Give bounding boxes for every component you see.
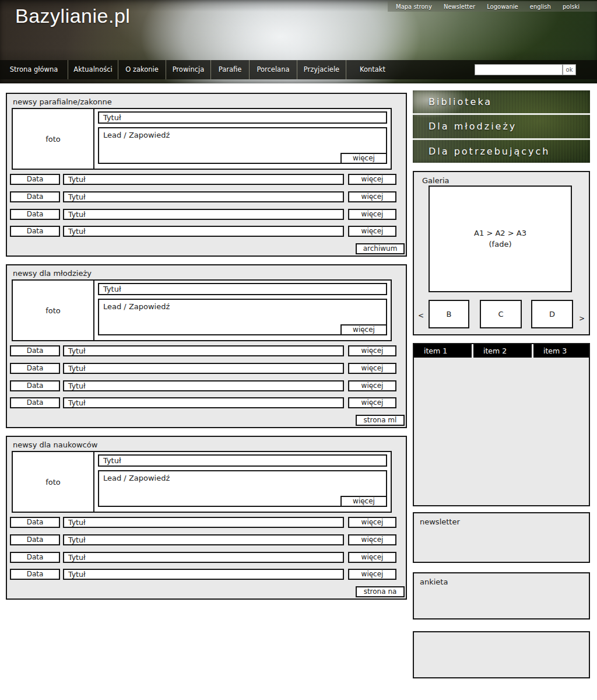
news-date: Data [10, 345, 60, 356]
more-button[interactable]: więcej [348, 569, 396, 580]
banner-link-biblioteka[interactable]: Biblioteka [413, 90, 590, 113]
news-row: Data Tytuł więcej [10, 345, 396, 356]
more-button[interactable]: więcej [348, 552, 396, 563]
more-button[interactable]: więcej [348, 209, 396, 220]
top-link-mapa-strony[interactable]: Mapa strony [396, 4, 432, 10]
nav-item-parafie[interactable]: Parafie [211, 60, 250, 79]
more-button[interactable]: więcej [348, 191, 396, 202]
news-row: Data Tytuł więcej [10, 226, 396, 237]
featured-lead-text: Lead / Zapowiedź [103, 302, 170, 311]
nav-item-aktualnosci[interactable]: Aktualności [68, 60, 118, 79]
section-title: newsy parafialne/zakonne [13, 97, 112, 106]
gallery-slide-sequence: A1 > A2 > A3 [474, 228, 526, 239]
tab-item-2[interactable]: item 2 [473, 344, 532, 358]
more-button[interactable]: więcej [348, 174, 396, 185]
featured-news: foto Tytuł Lead / Zapowiedź więcej [12, 108, 392, 170]
section-title: newsy dla młodzieży [13, 269, 92, 278]
featured-photo-placeholder: foto [13, 109, 94, 169]
featured-news: foto Tytuł Lead / Zapowiedź więcej [12, 279, 392, 341]
tab-item-1[interactable]: item 1 [414, 344, 472, 358]
more-button[interactable]: więcej [348, 397, 396, 408]
news-title-link[interactable]: Tytuł [63, 226, 344, 237]
news-section-dla-naukowcow: newsy dla naukowców foto Tytuł Lead / Za… [6, 436, 407, 600]
featured-lead-text: Lead / Zapowiedź [103, 474, 170, 482]
tab-item-3[interactable]: item 3 [533, 344, 589, 358]
news-title-link[interactable]: Tytuł [63, 209, 344, 220]
empty-placeholder-box [413, 631, 590, 678]
search-input[interactable] [475, 64, 563, 75]
gallery-thumb-d[interactable]: D [531, 300, 573, 328]
news-row: Data Tytuł więcej [10, 517, 396, 528]
banner-link-dla-potrzebujacych[interactable]: Dla potrzebujących [413, 138, 590, 163]
nav-item-porcelana[interactable]: Porcelana [250, 60, 297, 79]
top-link-newsletter[interactable]: Newsletter [444, 4, 475, 10]
news-date: Data [10, 552, 60, 563]
news-row: Data Tytuł więcej [10, 569, 396, 580]
gallery-prev-arrow[interactable]: < [416, 310, 426, 321]
nav-item-kontakt[interactable]: Kontakt [346, 60, 399, 79]
more-button[interactable]: więcej [348, 345, 396, 356]
news-title-link[interactable]: Tytuł [63, 345, 344, 356]
nav-item-prowincja[interactable]: Prowincja [166, 60, 211, 79]
more-button[interactable]: więcej [348, 517, 396, 528]
more-button[interactable]: więcej [348, 226, 396, 237]
more-button[interactable]: więcej [340, 324, 387, 335]
news-date: Data [10, 209, 60, 220]
gallery-box: Galeria A1 > A2 > A3 (fade) < > B C D [413, 171, 590, 335]
section-title: newsy dla naukowców [13, 440, 97, 449]
news-date: Data [10, 226, 60, 237]
site-title: Bazylianie.pl [15, 5, 130, 27]
news-row: Data Tytuł więcej [10, 552, 396, 563]
tabs-box: item 1 item 2 item 3 [413, 343, 590, 506]
news-section-dla-mlodziezy: newsy dla młodzieży foto Tytuł Lead / Za… [6, 264, 407, 428]
more-button[interactable]: więcej [340, 496, 387, 507]
nav-item-o-zakonie[interactable]: O zakonie [118, 60, 166, 79]
featured-lead-text: Lead / Zapowiedź [103, 131, 170, 139]
news-title-link[interactable]: Tytuł [63, 552, 344, 563]
nav-item-przyjaciele[interactable]: Przyjaciele [297, 60, 346, 79]
featured-photo-placeholder: foto [13, 281, 94, 340]
newsletter-box: newsletter [413, 512, 590, 563]
strona-na-button[interactable]: strona na [356, 586, 405, 597]
top-link-logowanie[interactable]: Logowanie [487, 4, 518, 10]
featured-lead: Lead / Zapowiedź więcej [98, 299, 387, 335]
more-button[interactable]: więcej [348, 534, 396, 545]
strona-ml-button[interactable]: strona ml [356, 415, 405, 426]
search-ok-button[interactable]: ok [563, 64, 576, 75]
news-row: Data Tytuł więcej [10, 174, 396, 185]
banner-link-dla-mlodziezy[interactable]: Dla młodzieży [413, 113, 590, 138]
news-date: Data [10, 174, 60, 185]
news-title-link[interactable]: Tytuł [63, 397, 344, 408]
news-title-link[interactable]: Tytuł [63, 517, 344, 528]
featured-news: foto Tytuł Lead / Zapowiedź więcej [12, 451, 392, 513]
gallery-thumb-b[interactable]: B [429, 300, 469, 328]
news-title-link[interactable]: Tytuł [63, 380, 344, 391]
sidebar-banner: Biblioteka Dla młodzieży Dla potrzebując… [413, 90, 590, 163]
more-button[interactable]: więcej [348, 380, 396, 391]
news-title-link[interactable]: Tytuł [63, 534, 344, 545]
news-row: Data Tytuł więcej [10, 397, 396, 408]
news-title-link[interactable]: Tytuł [63, 363, 344, 374]
archiwum-button[interactable]: archiwum [356, 243, 405, 254]
featured-title: Tytuł [98, 283, 387, 295]
more-button[interactable]: więcej [348, 363, 396, 374]
news-date: Data [10, 191, 60, 202]
top-link-polski[interactable]: polski [563, 4, 580, 10]
news-row: Data Tytuł więcej [10, 191, 396, 202]
more-button[interactable]: więcej [340, 153, 387, 164]
news-date: Data [10, 397, 60, 408]
news-title-link[interactable]: Tytuł [63, 191, 344, 202]
news-date: Data [10, 534, 60, 545]
gallery-title: Galeria [422, 176, 449, 185]
news-title-link[interactable]: Tytuł [63, 174, 344, 185]
gallery-thumb-c[interactable]: C [480, 300, 522, 328]
news-date: Data [10, 517, 60, 528]
top-link-english[interactable]: english [530, 4, 551, 10]
nav-item-strona-glowna[interactable]: Strona główna [0, 60, 68, 79]
news-section-parafialne-zakonne: newsy parafialne/zakonne foto Tytuł Lead… [6, 93, 407, 257]
news-title-link[interactable]: Tytuł [63, 569, 344, 580]
news-date: Data [10, 380, 60, 391]
gallery-next-arrow[interactable]: > [577, 313, 587, 324]
page: Bazylianie.pl Mapa strony Newsletter Log… [0, 0, 597, 700]
news-row: Data Tytuł więcej [10, 534, 396, 545]
